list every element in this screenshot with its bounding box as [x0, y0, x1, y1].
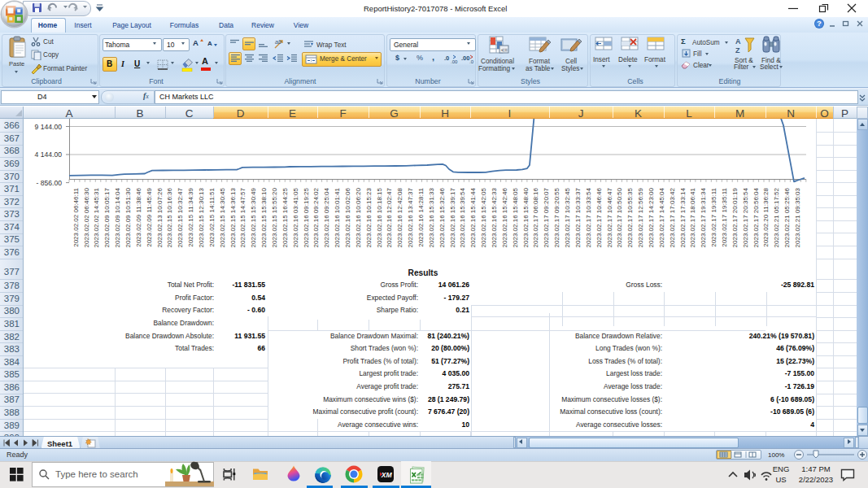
- svg-text:.0: .0: [469, 59, 474, 64]
- svg-text:A: A: [735, 37, 741, 46]
- svg-text:<=: <=: [501, 47, 508, 53]
- svg-text:.0: .0: [444, 54, 449, 62]
- svg-text:.00: .00: [451, 59, 458, 64]
- svg-text:.00: .00: [461, 54, 469, 62]
- svg-text:XM: XM: [381, 471, 393, 479]
- svg-text:ab: ab: [275, 39, 281, 45]
- svg-text:?: ?: [817, 19, 822, 28]
- svg-text:Z: Z: [735, 46, 740, 54]
